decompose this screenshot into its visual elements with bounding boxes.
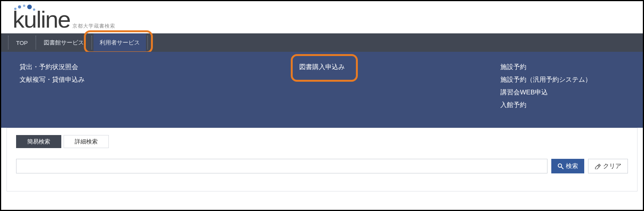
link-facility-reserve[interactable]: 施設予約 bbox=[500, 62, 592, 72]
search-input[interactable] bbox=[16, 159, 547, 173]
user-service-dropdown: 貸出・予約状況照会 文献複写・貸借申込み 図書購入申込み 施設予約 施設予約（汎… bbox=[1, 52, 643, 128]
link-purchase-request[interactable]: 図書購入申込み bbox=[298, 62, 346, 72]
link-loan-reserve-status[interactable]: 貸出・予約状況照会 bbox=[19, 62, 221, 72]
site-logo[interactable]: kuline 京都大学蔵書検索 bbox=[1, 1, 643, 33]
search-panel: 簡易検索 詳細検索 検索 クリア bbox=[7, 128, 637, 191]
search-tabs: 簡易検索 詳細検索 bbox=[16, 135, 628, 148]
top-nav: TOP 図書館サービス 利用者サービス bbox=[1, 33, 643, 52]
logo-text: kuline bbox=[13, 10, 70, 30]
nav-item-library-service[interactable]: 図書館サービス bbox=[38, 33, 90, 52]
link-seminar-web[interactable]: 講習会WEB申込 bbox=[500, 87, 592, 97]
link-facility-reserve-general[interactable]: 施設予約（汎用予約システム） bbox=[500, 74, 592, 85]
tab-advanced-search[interactable]: 詳細検索 bbox=[64, 135, 109, 148]
nav-item-top[interactable]: TOP bbox=[10, 33, 34, 52]
dropdown-col-left: 貸出・予約状況照会 文献複写・貸借申込み bbox=[19, 62, 221, 110]
tab-simple-search[interactable]: 簡易検索 bbox=[16, 135, 61, 148]
search-button[interactable]: 検索 bbox=[551, 159, 584, 173]
clear-button[interactable]: クリア bbox=[588, 159, 628, 173]
search-button-label: 検索 bbox=[566, 162, 578, 170]
dropdown-col-mid: 図書購入申込み bbox=[298, 62, 346, 72]
link-copy-ill-request[interactable]: 文献複写・貸借申込み bbox=[19, 74, 221, 85]
dropdown-col-right: 施設予約 施設予約（汎用予約システム） 講習会WEB申込 入館予約 bbox=[423, 62, 592, 110]
nav-item-user-service[interactable]: 利用者サービス bbox=[93, 33, 146, 52]
search-icon bbox=[557, 163, 564, 169]
link-entry-reserve[interactable]: 入館予約 bbox=[500, 100, 592, 110]
svg-line-6 bbox=[561, 167, 563, 169]
eraser-icon bbox=[595, 163, 601, 169]
logo-subtitle: 京都大学蔵書検索 bbox=[72, 24, 115, 30]
clear-button-label: クリア bbox=[603, 162, 621, 170]
